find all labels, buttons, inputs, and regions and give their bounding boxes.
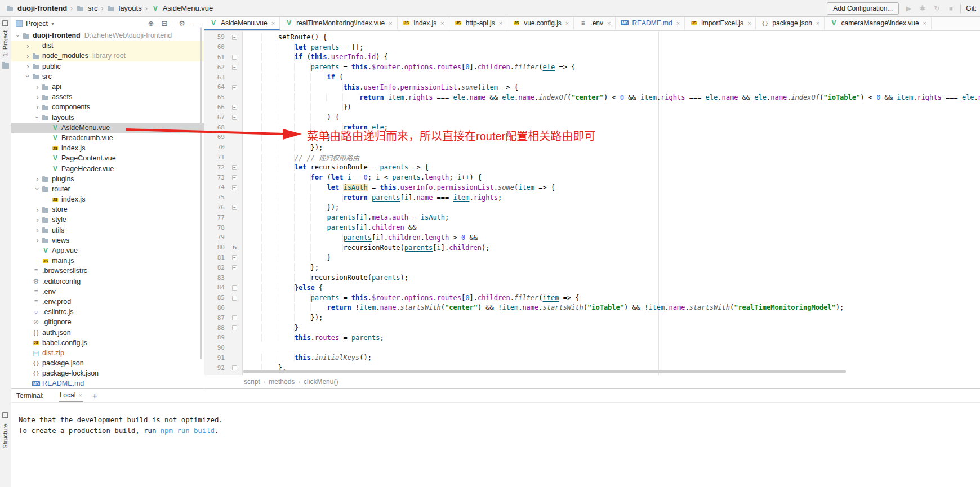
chevron-icon[interactable]: › (33, 114, 42, 121)
tree-item-browserslistrc[interactable]: ≡.browserslistrc (11, 266, 204, 276)
code-line-63[interactable]: 63 if ( (204, 72, 980, 82)
close-icon[interactable]: × (923, 20, 926, 26)
code-line-76[interactable]: 76− }); (204, 203, 980, 213)
tree-item-readme-md[interactable]: README.md (11, 378, 204, 388)
code-line-83[interactable]: 83 recursionRoute(parents); (204, 272, 980, 283)
collapse-all-icon[interactable]: ⊟ (159, 19, 170, 28)
chevron-icon[interactable]: › (34, 205, 41, 214)
terminal-output[interactable]: Note that the development build is not o… (11, 403, 980, 436)
tree-item-pagecontent-vue[interactable]: VPageContent.vue (11, 153, 204, 163)
run-icon[interactable]: ▶ (904, 5, 913, 12)
tab-importexcel-js[interactable]: importExcel.js× (685, 17, 756, 30)
code-line-75[interactable]: 75 return parents[i].name === item.right… (204, 193, 980, 203)
tab-vue-config-js[interactable]: vue.config.js× (507, 17, 574, 30)
code-line-79[interactable]: 79 parents[i].children.length > 0 && (204, 233, 980, 243)
code-line-81[interactable]: 81− } (204, 253, 980, 263)
chevron-icon[interactable]: › (34, 103, 41, 111)
chevron-icon[interactable]: › (34, 236, 41, 244)
tool-window-icon[interactable] (2, 20, 8, 26)
recursion-icon[interactable]: ↻ (227, 244, 242, 251)
tab-realtimemonitoring-index-vue[interactable]: VrealTimeMonitoring\index.vue× (280, 17, 397, 30)
project-panel-title[interactable]: Project (26, 20, 48, 28)
chevron-icon[interactable]: › (34, 175, 41, 183)
tab-index-js[interactable]: index.js× (398, 17, 449, 30)
fold-minus-icon[interactable]: − (232, 205, 237, 210)
fold-marker[interactable]: − (227, 164, 242, 170)
breadcrumb-item-duoji-frontend[interactable]: duoji-frontend (6, 4, 67, 12)
code-line-64[interactable]: 64− this.userInfo.permissionList.some(it… (204, 82, 980, 92)
code-line-91[interactable]: 91 this.initialKeys(); (204, 353, 980, 363)
breadcrumb-item-asidemenu-vue[interactable]: VAsideMenu.vue (151, 4, 213, 12)
breadcrumb-item-src[interactable]: src (76, 4, 97, 12)
tree-item-main-js[interactable]: main.js (11, 256, 204, 266)
chevron-icon[interactable]: › (24, 73, 32, 80)
structure-toolwindow-button[interactable]: Structure (2, 423, 8, 449)
tree-item-eslintrc-js[interactable]: ○.eslintrc.js (11, 307, 204, 317)
chevron-icon[interactable]: › (34, 216, 41, 224)
fold-marker[interactable]: − (227, 175, 242, 180)
tree-item-env[interactable]: ≡.env (11, 287, 204, 297)
code-line-62[interactable]: 62− parents = this.$router.options.route… (204, 62, 980, 72)
fold-minus-icon[interactable]: − (232, 315, 237, 320)
code-editor[interactable]: 59− setRoute() {60 let parents = [];61− … (204, 31, 980, 375)
fold-minus-icon[interactable]: − (232, 85, 237, 90)
fold-minus-icon[interactable]: − (232, 185, 237, 190)
fold-marker[interactable]: − (227, 365, 242, 370)
stop-icon[interactable]: ■ (946, 5, 955, 12)
horizontal-scrollbar[interactable] (243, 370, 846, 373)
fold-marker[interactable]: − (227, 34, 242, 40)
tree-item-env-prod[interactable]: ≡.env.prod (11, 297, 204, 307)
tree-item-duoji-frontend[interactable]: ›duoji-frontendD:\zheheWeb\duoji-fronten… (11, 30, 204, 41)
code-line-77[interactable]: 77 parents[i].meta.auth = isAuth; (204, 212, 980, 222)
fold-marker[interactable]: − (227, 204, 242, 210)
breadcrumb-item-layouts[interactable]: layouts (106, 4, 141, 12)
hide-panel-icon[interactable]: — (190, 19, 201, 28)
tree-item-router[interactable]: ›router (11, 184, 204, 194)
fold-minus-icon[interactable]: − (232, 365, 237, 370)
code-line-59[interactable]: 59− setRoute() { (204, 32, 980, 42)
code-line-82[interactable]: 82− }; (204, 262, 980, 272)
tree-item-utils[interactable]: ›utils (11, 225, 204, 235)
debug-bug-icon[interactable] (918, 5, 927, 13)
close-icon[interactable]: × (816, 20, 819, 26)
folder-icon[interactable] (2, 63, 9, 69)
gear-icon[interactable]: ⚙ (177, 19, 187, 28)
tree-item-babel-config-js[interactable]: babel.config.js (11, 338, 204, 348)
fold-minus-icon[interactable]: − (232, 325, 237, 330)
structure-toolwindow-icon[interactable] (2, 412, 8, 418)
tab-http-api-js[interactable]: http-api.js× (449, 17, 507, 30)
fold-marker[interactable]: − (227, 295, 242, 301)
code-line-66[interactable]: 66− }) (204, 102, 980, 113)
tree-item-editorconfig[interactable]: ⚙.editorconfig (11, 276, 204, 287)
run-with-coverage-icon[interactable]: ↻ (932, 5, 941, 12)
fold-minus-icon[interactable]: − (232, 255, 237, 260)
fold-marker[interactable]: − (227, 285, 242, 291)
tree-item-dist[interactable]: ›dist (11, 41, 204, 51)
code-line-89[interactable]: 89 this.routes = parents; (204, 333, 980, 343)
tree-item-asidemenu-vue[interactable]: VAsideMenu.vue (11, 123, 204, 133)
tree-item-style[interactable]: ›style (11, 215, 204, 225)
fold-minus-icon[interactable]: − (232, 285, 237, 291)
chevron-icon[interactable]: › (33, 185, 42, 193)
chevron-down-icon[interactable]: ▾ (51, 20, 54, 26)
tree-item-public[interactable]: ›public (11, 61, 204, 72)
code-line-80[interactable]: 80↻ recursionRoute(parents[i].children); (204, 243, 980, 253)
close-icon[interactable]: × (565, 20, 569, 26)
close-icon[interactable]: × (271, 20, 275, 26)
tree-item-plugins[interactable]: ›plugins (11, 174, 204, 184)
code-line-72[interactable]: 72− let recursionRoute = parents => { (204, 162, 980, 172)
code-line-88[interactable]: 88− } (204, 323, 980, 333)
fold-marker[interactable]: − (227, 254, 242, 260)
code-line-90[interactable]: 90 (204, 343, 980, 353)
tree-item-index-js[interactable]: index.js (11, 194, 204, 204)
fold-marker[interactable]: − (227, 84, 242, 90)
code-line-87[interactable]: 87− }); (204, 312, 980, 323)
code-line-65[interactable]: 65 return item.rights === ele.name && el… (204, 92, 980, 102)
code-line-67[interactable]: 67− ) { (204, 112, 980, 122)
project-toolwindow-button[interactable]: 1: Project (2, 30, 8, 56)
code-line-85[interactable]: 85− parents = this.$router.options.route… (204, 293, 980, 303)
fold-marker[interactable]: − (227, 114, 242, 120)
code-line-61[interactable]: 61− if (this.userInfo.id) { (204, 52, 980, 62)
locate-file-icon[interactable]: ⊕ (146, 19, 156, 28)
git-label[interactable]: Git: (966, 5, 977, 12)
